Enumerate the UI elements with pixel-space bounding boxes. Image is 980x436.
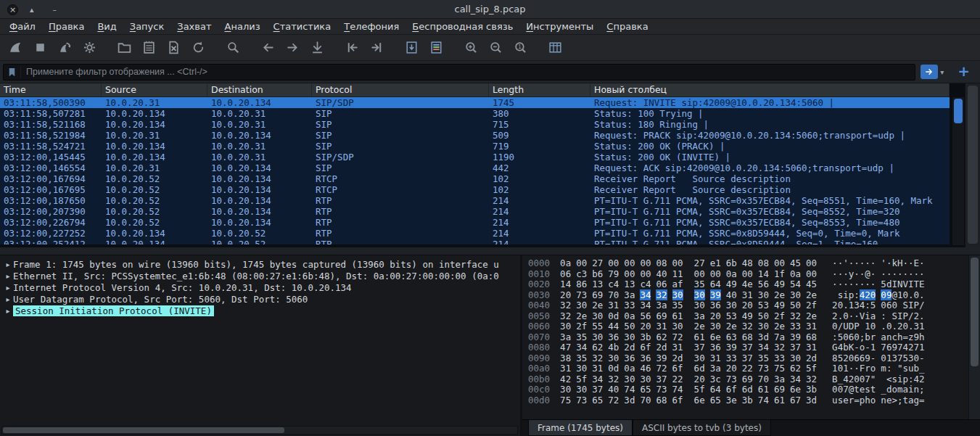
hex-byte[interactable]: 0a: [726, 268, 737, 279]
ascii-char[interactable]: 0: [914, 353, 920, 363]
hex-byte[interactable]: 0a: [790, 268, 801, 279]
hex-byte[interactable]: 30: [758, 289, 769, 300]
ascii-char[interactable]: :: [832, 332, 838, 342]
cell-length[interactable]: 442: [489, 163, 590, 173]
cell-time[interactable]: 03:11:58,500390: [0, 97, 102, 108]
hex-byte[interactable]: 32: [560, 300, 571, 310]
ascii-char[interactable]: ·: [902, 268, 908, 279]
cell-length[interactable]: 509: [489, 130, 590, 141]
ascii-char[interactable]: V: [902, 279, 908, 289]
hex-byte[interactable]: 08: [656, 258, 667, 268]
ascii-char[interactable]: -: [854, 342, 860, 353]
reload-button[interactable]: [189, 38, 208, 58]
hex-byte[interactable]: 4b: [608, 342, 619, 353]
hex-byte[interactable]: 13: [592, 279, 603, 289]
ascii-char[interactable]: E: [914, 258, 920, 268]
hex-row[interactable]: 004032302e3133343a35303630205349502f20.1…: [528, 300, 967, 311]
cell-destination[interactable]: 10.0.20.31: [207, 108, 312, 119]
hex-byte[interactable]: 0d: [608, 363, 619, 374]
cell-info[interactable]: Request: ACK sip:42009@10.0.20.134:5060;…: [590, 163, 950, 173]
hex-byte[interactable]: 30: [592, 332, 603, 342]
hex-byte[interactable]: 61: [672, 310, 683, 321]
hex-byte[interactable]: 37: [742, 342, 753, 353]
cell-source[interactable]: 10.0.20.52: [102, 184, 207, 195]
hex-byte[interactable]: 45: [806, 279, 817, 289]
hex-byte[interactable]: 32: [774, 342, 785, 353]
filter-input[interactable]: [21, 67, 915, 77]
ascii-char[interactable]: 5: [881, 279, 886, 289]
hex-byte[interactable]: 6f: [726, 384, 737, 395]
hex-byte[interactable]: 6d: [742, 384, 753, 395]
hex-byte[interactable]: 2f: [806, 300, 817, 310]
details-horizontal-scrollbar-thumb[interactable]: [3, 427, 284, 433]
hex-byte[interactable]: 33: [726, 353, 737, 363]
hex-scrollbar-thumb[interactable]: [971, 258, 979, 366]
hex-byte[interactable]: 30: [758, 321, 769, 332]
hex-byte[interactable]: 45: [790, 258, 801, 268]
normal-size-button[interactable]: 1: [511, 38, 530, 58]
menu-item-1[interactable]: Правка: [42, 19, 91, 35]
ascii-char[interactable]: t: [870, 384, 876, 395]
bytes-tab-1[interactable]: ASCII bytes to tvb (3 bytes): [633, 420, 771, 436]
hex-byte[interactable]: 73: [726, 374, 737, 384]
packet-row[interactable]: 03:11:58,52116810.0.20.13410.0.20.31SIP7…: [0, 119, 950, 130]
ascii-char[interactable]: 4: [843, 374, 849, 384]
hex-byte[interactable]: 48: [742, 258, 753, 268]
cell-destination[interactable]: 10.0.20.31: [207, 141, 312, 152]
cell-time[interactable]: 03:12:00,187650: [0, 195, 102, 206]
hex-byte[interactable]: 31: [806, 342, 817, 353]
hex-byte[interactable]: 06: [560, 268, 571, 279]
column-header-3[interactable]: Protocol: [312, 83, 489, 96]
ascii-char[interactable]: b: [843, 342, 849, 353]
ascii-char[interactable]: 7: [865, 374, 870, 384]
hex-byte[interactable]: 68: [742, 332, 753, 342]
ascii-char[interactable]: i: [908, 384, 914, 395]
ascii-char[interactable]: p: [902, 374, 908, 384]
ascii-char[interactable]: a: [881, 332, 886, 342]
hex-byte[interactable]: 6f: [672, 363, 683, 374]
hex-byte[interactable]: 30: [694, 300, 705, 310]
hex-byte[interactable]: 32: [608, 374, 619, 384]
hex-byte[interactable]: 47: [560, 342, 571, 353]
go-back-button[interactable]: [258, 38, 278, 58]
hex-byte[interactable]: 56: [758, 279, 769, 289]
ascii-char[interactable]: ·: [919, 258, 925, 268]
hex-byte[interactable]: 61: [694, 332, 705, 342]
ascii-char[interactable]: o: [870, 363, 876, 374]
hex-byte[interactable]: 34: [592, 374, 603, 384]
ascii-char[interactable]: _: [919, 363, 925, 374]
hex-byte[interactable]: 70: [758, 374, 769, 384]
hex-byte[interactable]: e1: [710, 258, 721, 268]
ascii-char[interactable]: 0: [870, 289, 876, 300]
ascii-char[interactable]: 7: [914, 342, 920, 353]
hex-byte[interactable]: 6e: [694, 395, 705, 406]
hex-byte[interactable]: 2f: [576, 321, 587, 332]
hex-byte[interactable]: 3a: [656, 300, 667, 310]
hex-byte[interactable]: 44: [608, 321, 619, 332]
hex-byte[interactable]: 00: [774, 258, 785, 268]
ascii-char[interactable]: ;: [919, 384, 925, 395]
ascii-char[interactable]: 5: [902, 353, 908, 363]
cell-protocol[interactable]: RTP: [312, 239, 489, 244]
ascii-char[interactable]: ·: [854, 258, 860, 268]
hex-byte[interactable]: 42: [560, 374, 571, 384]
ascii-char[interactable]: =: [854, 395, 860, 406]
ascii-char[interactable]: 0: [881, 300, 886, 310]
ascii-char[interactable]: G: [832, 342, 838, 353]
hex-byte[interactable]: 30: [790, 289, 801, 300]
cell-length[interactable]: 102: [489, 173, 590, 184]
hex-byte[interactable]: 36: [710, 300, 721, 310]
ascii-char[interactable]: n: [881, 395, 886, 406]
hex-byte[interactable]: 74: [758, 395, 769, 406]
menu-item-2[interactable]: Вид: [91, 19, 123, 35]
hex-byte[interactable]: 65: [640, 384, 651, 395]
ascii-char[interactable]: 6: [854, 353, 860, 363]
column-header-5[interactable]: Новый столбец: [590, 83, 950, 96]
cell-length[interactable]: 214: [489, 206, 590, 217]
hex-byte[interactable]: 2d: [672, 353, 683, 363]
hex-byte[interactable]: 33: [624, 300, 635, 310]
column-header-4[interactable]: Length: [489, 83, 590, 96]
cell-source[interactable]: 10.0.20.134: [102, 152, 207, 163]
ascii-char[interactable]: ·: [865, 279, 870, 289]
ascii-char[interactable]: 0: [832, 384, 838, 395]
